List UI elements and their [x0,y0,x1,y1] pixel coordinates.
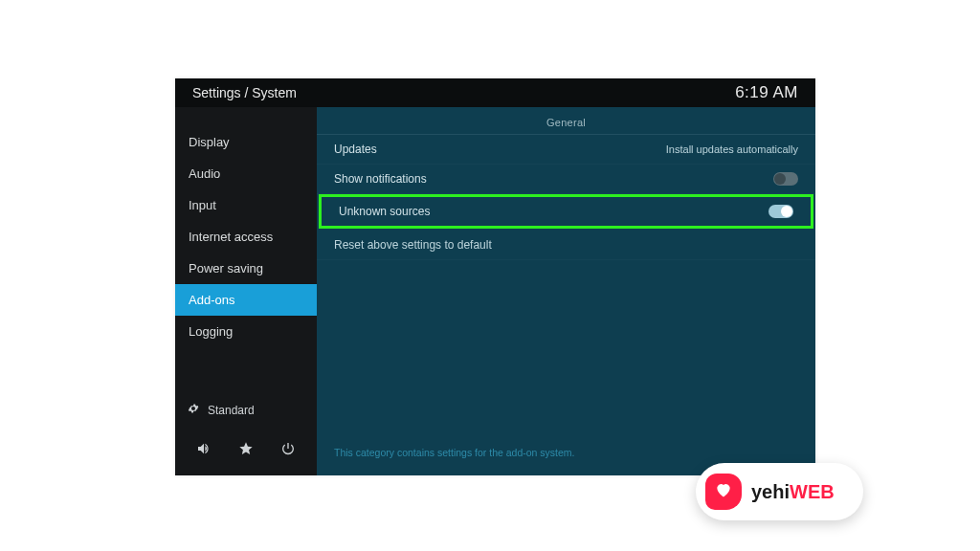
sidebar-item-label: Input [189,198,216,212]
sidebar-item-input[interactable]: Input [175,189,317,221]
favorites-button[interactable] [234,437,258,462]
toggle-show-notifications[interactable] [773,172,798,186]
sidebar-item-internet-access[interactable]: Internet access [175,221,317,253]
clock: 6:19 AM [735,83,798,102]
gear-icon [187,402,200,418]
sidebar-bottom-bar [175,428,317,475]
heart-icon [714,480,733,503]
logo-blob [705,474,742,510]
sidebar-item-logging[interactable]: Logging [175,316,317,347]
watermark-badge: yehiWEB [696,463,863,520]
volume-button[interactable] [191,437,216,462]
sidebar-list: Display Audio Input Internet access Powe… [175,107,317,392]
toggle-unknown-sources[interactable] [768,205,793,218]
setting-row-show-notifications[interactable]: Show notifications [317,165,815,194]
sidebar-item-label: Audio [189,166,220,181]
settings-level-button[interactable]: Standard [175,392,317,428]
watermark-text: yehiWEB [751,481,835,503]
main-area: Display Audio Input Internet access Powe… [175,107,815,475]
star-icon [238,441,254,459]
setting-row-reset[interactable]: Reset above settings to default [317,229,815,260]
watermark-sub: WEB [790,481,835,502]
sidebar-item-power-saving[interactable]: Power saving [175,253,317,284]
sidebar-item-label: Display [189,135,230,149]
toggle-knob [774,173,786,185]
sidebar-item-audio[interactable]: Audio [175,158,317,189]
sidebar: Display Audio Input Internet access Powe… [175,107,317,475]
power-icon [280,441,296,459]
section-header: General [317,107,815,135]
sidebar-item-display[interactable]: Display [175,126,317,158]
setting-label: Reset above settings to default [334,238,492,252]
toggle-knob [781,206,792,217]
app-window: Settings / System 6:19 AM Display Audio … [175,78,815,475]
setting-label: Unknown sources [339,205,430,218]
setting-row-unknown-sources[interactable]: Unknown sources [322,197,811,226]
setting-label: Updates [334,143,377,156]
settings-level-label: Standard [208,404,255,417]
title-bar: Settings / System 6:19 AM [175,78,815,107]
setting-label: Show notifications [334,172,427,186]
sidebar-item-label: Power saving [189,261,263,276]
breadcrumb: Settings / System [192,85,297,100]
sidebar-item-label: Internet access [189,230,273,244]
sidebar-item-label: Logging [189,324,233,339]
sidebar-item-add-ons[interactable]: Add-ons [175,284,317,316]
power-button[interactable] [276,437,301,462]
sidebar-item-label: Add-ons [189,293,234,307]
watermark-main: yehi [751,481,790,502]
setting-row-updates[interactable]: Updates Install updates automatically [317,135,815,165]
highlight-box: Unknown sources [319,194,813,229]
volume-icon [196,441,212,459]
setting-value: Install updates automatically [666,143,798,155]
content-panel: General Updates Install updates automati… [317,107,815,475]
